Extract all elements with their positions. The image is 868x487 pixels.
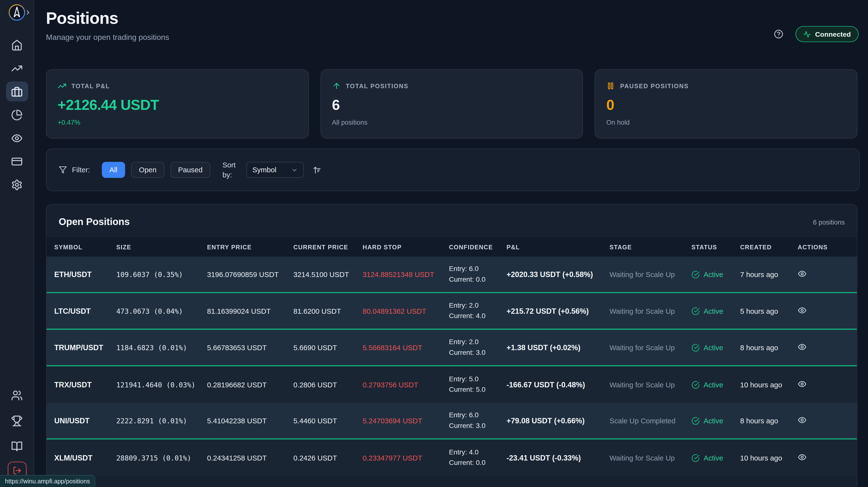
sort-select[interactable]: Symbol	[246, 162, 304, 178]
app-logo[interactable]	[0, 4, 34, 21]
eye-icon[interactable]	[798, 379, 806, 388]
sidebar-item-positions[interactable]	[6, 81, 28, 101]
circle-check-icon	[691, 343, 700, 352]
status-label: Active	[704, 454, 723, 462]
cell-created: 8 hours ago	[732, 343, 790, 352]
sidebar-item-users[interactable]	[6, 385, 28, 405]
position-row[interactable]: LTC/USDT473.0673 (0.04%)81.16399024 USDT…	[46, 293, 857, 330]
filter-button-open[interactable]: Open	[131, 162, 164, 178]
filter-icon	[59, 166, 67, 174]
position-row[interactable]: XLM/USDT28809.3715 (0.01%)0.24341258 USD…	[46, 439, 857, 476]
sidebar-footer-nav	[6, 385, 28, 480]
cell-current-price: 3214.5100 USDT	[286, 270, 355, 279]
position-row[interactable]: TRUMP/USDT1184.6823 (0.01%)5.66783653 US…	[46, 330, 857, 367]
filter-button-paused[interactable]: Paused	[170, 162, 210, 178]
position-row[interactable]: UNI/USDT2222.8291 (0.01%)5.41042238 USDT…	[46, 403, 857, 439]
sidebar-item-watch[interactable]	[6, 128, 28, 148]
position-row[interactable]: TRX/USDT121941.4640 (0.03%)0.28196682 US…	[46, 366, 857, 403]
cell-current-price: 5.6690 USDT	[286, 343, 355, 352]
sidebar-nav	[6, 35, 28, 195]
cell-pnl: +1.38 USDT (+0.02%)	[499, 343, 602, 352]
stat-value: 0	[606, 96, 846, 114]
stat-label: TOTAL P&L	[71, 83, 110, 89]
cell-confidence: Entry: 4.0Current: 0.0	[441, 448, 499, 468]
cell-stage: Scale Up Completed	[602, 417, 684, 425]
stat-subtext: On hold	[606, 119, 846, 126]
sidebar-item-settings[interactable]	[6, 174, 28, 194]
page-subtitle: Manage your open trading positions	[46, 33, 169, 41]
cell-status: Active	[684, 270, 733, 279]
circle-check-icon	[691, 417, 700, 425]
cell-hard-stop: 3124.88521348 USDT	[355, 270, 441, 279]
cell-symbol: TRX/USDT	[46, 380, 108, 389]
confidence-current: Current: 0.0	[449, 275, 499, 285]
eye-icon	[11, 132, 23, 144]
cell-current-price: 5.4460 USDT	[286, 417, 355, 425]
cell-size: 473.0673 (0.04%)	[108, 307, 199, 315]
eye-icon[interactable]	[798, 306, 806, 314]
filter-button-all[interactable]: All	[101, 162, 125, 178]
cell-hard-stop: 80.04891362 USDT	[355, 307, 441, 315]
confidence-current: Current: 4.0	[449, 311, 499, 321]
cell-stage: Waiting for Scale Up	[602, 380, 684, 389]
cell-entry-price: 81.16399024 USDT	[199, 307, 286, 315]
section-title: Open Positions	[59, 216, 130, 228]
stat-card: TOTAL POSITIONS6All positions	[320, 69, 583, 139]
table-body: ETH/USDT109.6037 (0.35%)3196.07690859 US…	[46, 257, 857, 476]
stat-subtext: All positions	[332, 119, 571, 126]
stat-cards: TOTAL P&L+2126.44 USDT+0.47%TOTAL POSITI…	[46, 69, 857, 135]
cell-entry-price: 0.28196682 USDT	[199, 380, 286, 389]
cell-entry-price: 3196.07690859 USDT	[199, 270, 286, 279]
column-header: CREATED	[732, 244, 790, 250]
cell-stage: Waiting for Scale Up	[602, 270, 684, 279]
confidence-current: Current: 3.0	[449, 421, 499, 431]
stat-value: +2126.44 USDT	[58, 96, 297, 114]
chevron-right-icon[interactable]	[24, 9, 32, 16]
stat-card: PAUSED POSITIONS0On hold	[595, 69, 858, 139]
status-bar-url: https://winu.ampfi.app/positions	[0, 475, 95, 487]
stat-label: PAUSED POSITIONS	[620, 83, 689, 89]
confidence-entry: Entry: 5.0	[449, 374, 499, 385]
eye-icon[interactable]	[798, 342, 806, 351]
eye-icon[interactable]	[798, 453, 806, 461]
cell-confidence: Entry: 2.0Current: 3.0	[441, 337, 499, 358]
confidence-current: Current: 0.0	[449, 458, 499, 468]
cell-status: Active	[684, 343, 733, 352]
stat-card: TOTAL P&L+2126.44 USDT+0.47%	[46, 69, 309, 139]
circle-check-icon	[691, 454, 700, 462]
sidebar-item-trophy[interactable]	[6, 411, 28, 431]
sidebar-item-home[interactable]	[6, 35, 28, 55]
eye-icon[interactable]	[798, 415, 806, 424]
credit-card-icon	[11, 155, 23, 167]
column-header: ACTIONS	[790, 244, 857, 250]
confidence-entry: Entry: 4.0	[449, 448, 499, 458]
column-header: STATUS	[684, 244, 733, 250]
trophy-icon	[11, 415, 23, 427]
sort-ascending-icon[interactable]	[313, 166, 321, 174]
connection-status-label: Connected	[815, 30, 851, 38]
trending-up-icon	[11, 62, 23, 74]
cell-entry-price: 5.66783653 USDT	[199, 343, 286, 352]
log-out-icon	[12, 466, 21, 475]
cell-created: 10 hours ago	[732, 380, 790, 389]
cell-status: Active	[684, 380, 733, 389]
sidebar-item-docs[interactable]	[6, 436, 28, 456]
eye-icon[interactable]	[798, 269, 806, 278]
cell-created: 8 hours ago	[732, 417, 790, 425]
cell-actions	[790, 415, 857, 426]
cell-actions	[790, 453, 857, 463]
sidebar-item-trending[interactable]	[6, 58, 28, 78]
settings-icon	[11, 179, 23, 190]
sidebar-item-wallet[interactable]	[6, 151, 28, 171]
cell-status: Active	[684, 454, 733, 462]
stat-subtext: +0.47%	[58, 119, 297, 126]
cell-stage: Waiting for Scale Up	[602, 343, 684, 352]
cell-symbol: TRUMP/USDT	[46, 343, 108, 352]
column-header: CURRENT PRICE	[286, 244, 355, 250]
sidebar-item-analytics[interactable]	[6, 105, 28, 125]
cell-stage: Waiting for Scale Up	[602, 307, 684, 315]
help-circle-icon[interactable]	[774, 29, 783, 39]
circle-check-icon	[691, 307, 700, 315]
cell-size: 121941.4640 (0.03%)	[108, 380, 199, 389]
position-row[interactable]: ETH/USDT109.6037 (0.35%)3196.07690859 US…	[46, 257, 857, 293]
